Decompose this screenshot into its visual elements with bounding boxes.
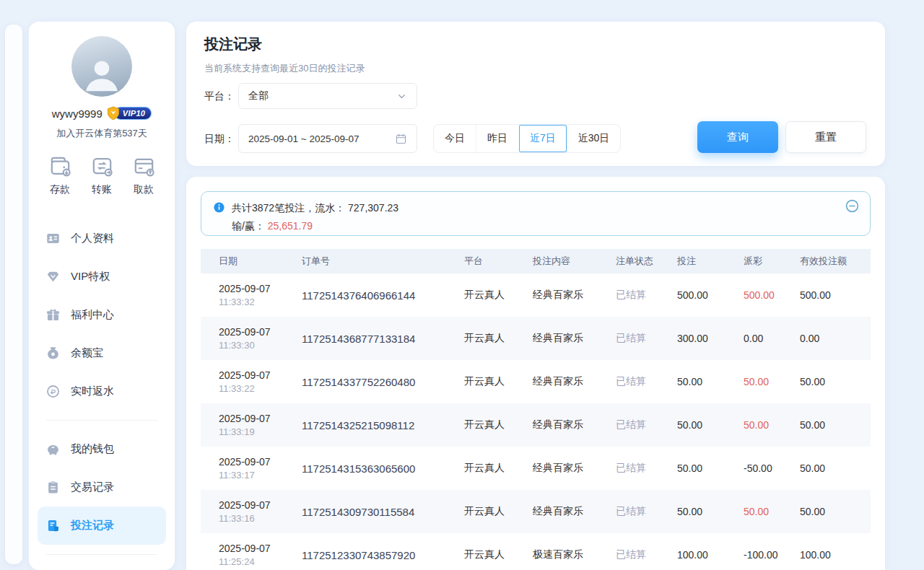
collapse-summary-button[interactable] <box>845 198 860 214</box>
cell-bet-amount: 500.00 <box>677 289 744 301</box>
cell-valid-amount: 50.00 <box>800 462 871 474</box>
bet-date: 2025-09-07 <box>219 499 302 512</box>
calendar-icon <box>395 133 407 145</box>
vip-badge: VIP10 <box>105 105 152 121</box>
sidebar-item-rebate[interactable]: 实时返水 <box>38 372 166 411</box>
sidebar-item-label: 交易记录 <box>71 481 114 494</box>
filter-card: 投注记录 当前系统支持查询最近30日的投注记录 平台： 全部 日期： 2025-… <box>186 22 885 166</box>
cell-platform: 开云真人 <box>464 375 533 388</box>
bet-record-icon <box>45 518 61 533</box>
sidebar-item-bet-records[interactable]: 投注记录 <box>38 507 166 545</box>
cell-date: 2025-09-07 11:33:17 <box>219 455 302 482</box>
sidebar-item-transactions[interactable]: 交易记录 <box>38 468 166 507</box>
transfer-icon <box>90 154 114 178</box>
deposit-icon <box>48 154 72 178</box>
deposit-label: 存款 <box>50 183 70 196</box>
withdraw-button[interactable]: 取款 <box>127 154 160 196</box>
summary-text: 共计3872笔投注，流水： 727,307.23 输/赢： 25,651.79 <box>232 199 398 235</box>
bet-date: 2025-09-07 <box>219 542 302 556</box>
cell-order-number: 1172514315363065600 <box>302 462 464 475</box>
table-row: 2025-09-07 11:33:16 1172514309730115584 … <box>201 490 871 533</box>
bet-time: 11:33:22 <box>219 382 302 395</box>
cell-platform: 开云真人 <box>464 462 533 475</box>
quick-range-label: 昨日 <box>487 132 507 145</box>
table-row: 2025-09-07 11:33:19 1172514325215098112 … <box>201 403 871 447</box>
sidebar-item-profile[interactable]: 个人资料 <box>38 219 166 258</box>
cell-payout: 50.00 <box>744 419 800 431</box>
col-header-valid: 有效投注额 <box>800 255 871 268</box>
cell-payout: -100.00 <box>744 549 800 561</box>
bet-time: 11:25:24 <box>219 556 302 569</box>
sidebar-item-yuebao[interactable]: 余额宝 <box>38 334 166 372</box>
col-header-content: 投注内容 <box>533 255 616 268</box>
page-subtitle: 当前系统支持查询最近30日的投注记录 <box>204 62 365 75</box>
col-header-date: 日期 <box>219 255 302 268</box>
cell-valid-amount: 100.00 <box>800 549 871 561</box>
cell-date: 2025-09-07 11:33:30 <box>219 325 302 352</box>
cell-status: 已结算 <box>616 418 677 431</box>
reset-button[interactable]: 重置 <box>785 121 866 153</box>
cell-date: 2025-09-07 11:33:32 <box>219 282 302 309</box>
withdraw-label: 取款 <box>134 183 154 196</box>
quick-range-today[interactable]: 今日 <box>434 125 476 152</box>
sidebar-item-label: 我的钱包 <box>71 442 114 456</box>
date-range-value: 2025-09-01 ~ 2025-09-07 <box>248 133 359 144</box>
page-title: 投注记录 <box>204 35 262 54</box>
quick-range-yesterday[interactable]: 昨日 <box>476 125 518 152</box>
gift-icon <box>45 307 61 323</box>
cell-payout: 50.00 <box>744 376 800 387</box>
bet-time: 11:33:19 <box>219 426 302 439</box>
cell-bet-content: 经典百家乐 <box>533 289 616 302</box>
query-button[interactable]: 查询 <box>697 121 778 153</box>
sidebar-item-label: 余额宝 <box>71 346 103 360</box>
platform-select[interactable]: 全部 <box>238 83 417 109</box>
vip-gem-icon <box>45 269 61 284</box>
sidebar-item-label: VIP特权 <box>71 270 110 284</box>
avatar <box>71 36 132 97</box>
withdraw-icon <box>132 154 156 178</box>
cell-status: 已结算 <box>616 462 677 475</box>
cell-status: 已结算 <box>616 505 677 518</box>
membership-days: 加入开云体育第537天 <box>29 127 175 140</box>
quick-range-last30days[interactable]: 近30日 <box>567 125 621 152</box>
cell-status: 已结算 <box>616 332 677 345</box>
platform-label: 平台： <box>204 90 235 103</box>
sidebar-item-benefits[interactable]: 福利中心 <box>38 296 166 334</box>
cell-order-number: 1172514376406966144 <box>302 289 464 302</box>
cell-platform: 开云真人 <box>464 332 533 345</box>
cell-order-number: 1172514309730115584 <box>302 506 464 518</box>
sidebar-item-label: 投注记录 <box>71 519 114 532</box>
table-body: 2025-09-07 11:33:32 1172514376406966144 … <box>186 273 885 570</box>
cell-valid-amount: 50.00 <box>800 376 871 387</box>
cell-platform: 开云真人 <box>464 289 533 302</box>
bet-time: 11:33:32 <box>219 296 302 309</box>
date-range-input[interactable]: 2025-09-01 ~ 2025-09-07 <box>238 124 417 153</box>
betting-records-page: wywy9999 VIP10 加入开云体育第537天 存款 <box>0 0 924 570</box>
cell-bet-content: 经典百家乐 <box>533 375 616 388</box>
cell-bet-content: 极速百家乐 <box>533 548 616 561</box>
cell-bet-content: 经典百家乐 <box>533 462 616 475</box>
info-icon <box>213 201 225 214</box>
sidebar-item-vip[interactable]: VIP特权 <box>38 258 166 296</box>
transfer-button[interactable]: 转账 <box>85 154 118 196</box>
sidebar-item-wallet[interactable]: 我的钱包 <box>38 430 166 468</box>
table-header-row: 日期 订单号 平台 投注内容 注单状态 投注 派彩 有效投注额 <box>201 249 871 273</box>
cell-bet-amount: 50.00 <box>677 462 744 474</box>
quick-range-last7days[interactable]: 近7日 <box>518 125 567 152</box>
cell-date: 2025-09-07 11:33:16 <box>219 499 302 525</box>
cell-date: 2025-09-07 11:33:22 <box>219 369 302 395</box>
turnover-value: 727,307.23 <box>348 202 398 214</box>
bet-time: 11:33:17 <box>219 469 302 482</box>
sidebar-item-label: 福利中心 <box>71 308 114 322</box>
bet-date: 2025-09-07 <box>219 282 302 296</box>
col-header-order: 订单号 <box>302 255 464 268</box>
deposit-button[interactable]: 存款 <box>43 154 77 196</box>
quick-range-label: 今日 <box>445 132 465 145</box>
cell-bet-content: 经典百家乐 <box>533 505 616 518</box>
wallet-actions: 存款 转账 取款 <box>29 154 175 196</box>
cell-bet-amount: 50.00 <box>677 506 744 517</box>
rebate-icon <box>45 384 61 399</box>
cell-payout: 0.00 <box>744 333 800 344</box>
cell-payout: 500.00 <box>744 289 800 301</box>
cell-order-number: 1172514337752260480 <box>302 376 464 388</box>
